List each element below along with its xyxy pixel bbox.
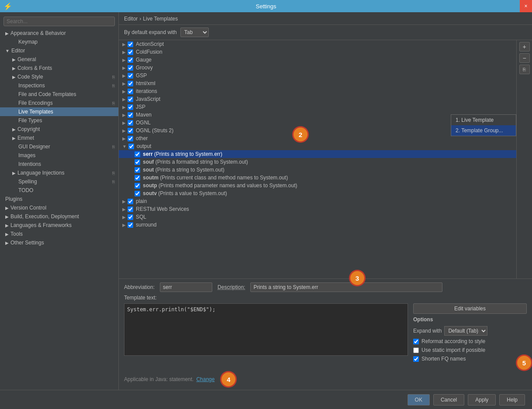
template-group-htmlxml[interactable]: ▶html/xml: [119, 79, 516, 87]
item-checkbox[interactable]: [135, 191, 140, 196]
expand-with-select[interactable]: Default (Tab) Tab Enter Space: [444, 326, 487, 336]
sidebar-item-appearance[interactable]: ▶Appearance & Behavior: [0, 29, 118, 38]
template-group-javascript[interactable]: ▶JavaScript: [119, 95, 516, 103]
group-checkbox[interactable]: [128, 81, 133, 86]
template-group-jsp[interactable]: ▶JSP: [119, 103, 516, 111]
edit-variables-button[interactable]: Edit variables: [413, 303, 527, 314]
group-checkbox[interactable]: [128, 206, 133, 212]
description-input[interactable]: [250, 282, 442, 292]
template-item-souf[interactable]: souf (Prints a formatted string to Syste…: [119, 158, 516, 166]
template-item-soutm[interactable]: soutm (Prints current class and method n…: [119, 174, 516, 182]
sidebar-item-inspections[interactable]: Inspections⎘: [0, 81, 118, 90]
add-button[interactable]: +: [519, 42, 530, 52]
reformat-label: Reformat according to style: [421, 338, 485, 344]
group-label: output: [137, 143, 151, 149]
cancel-button[interactable]: Cancel: [433, 394, 464, 406]
template-group-output[interactable]: ▼output: [119, 142, 516, 150]
template-group-actionscript[interactable]: ▶ActionScript: [119, 40, 516, 48]
shorten-fq-label: Shorten FQ names: [421, 356, 466, 362]
sidebar-item-build-execution[interactable]: ▶Build, Execution, Deployment: [0, 212, 118, 221]
sidebar-item-language-injections[interactable]: ▶Language Injections⎘: [0, 168, 118, 177]
sidebar-item-keymap[interactable]: Keymap: [0, 38, 118, 46]
shorten-fq-checkbox[interactable]: [413, 356, 419, 362]
sidebar-item-file-code-templates[interactable]: File and Code Templates: [0, 90, 118, 99]
template-group-restful[interactable]: ▶RESTful Web Services: [119, 205, 516, 213]
sidebar-item-general[interactable]: ▶General: [0, 55, 118, 64]
sidebar-item-label: Appearance & Behavior: [10, 30, 66, 36]
sidebar-item-live-templates[interactable]: Live Templates: [0, 107, 118, 116]
dropdown-live-template[interactable]: 1. Live Template: [451, 115, 516, 125]
group-checkbox[interactable]: [128, 104, 133, 110]
group-checkbox[interactable]: [128, 96, 133, 102]
ok-button[interactable]: OK: [408, 394, 430, 406]
sidebar-item-languages-frameworks[interactable]: ▶Languages & Frameworks: [0, 221, 118, 230]
template-text-area[interactable]: System.err.println("$END$");: [124, 303, 408, 356]
template-group-groovy[interactable]: ▶Groovy: [119, 64, 516, 72]
group-checkbox[interactable]: [128, 65, 133, 71]
template-group-plain[interactable]: ▶plain: [119, 197, 516, 205]
group-checkbox[interactable]: [128, 89, 133, 94]
group-checkbox[interactable]: [128, 57, 133, 63]
sidebar-item-file-encodings[interactable]: File Encodings⎘: [0, 99, 118, 107]
template-group-gauge[interactable]: ▶Gauge: [119, 56, 516, 64]
sidebar-item-emmet[interactable]: ▶Emmet: [0, 134, 118, 142]
item-checkbox[interactable]: [135, 151, 140, 157]
group-checkbox[interactable]: [128, 49, 133, 55]
search-input[interactable]: [3, 17, 115, 26]
group-checkbox[interactable]: [128, 41, 133, 47]
item-checkbox[interactable]: [135, 159, 140, 165]
sidebar-item-tools[interactable]: ▶Tools: [0, 230, 118, 238]
sidebar-item-other-settings[interactable]: ▶Other Settings: [0, 238, 118, 247]
sidebar-item-label: File and Code Templates: [18, 91, 76, 97]
sidebar-item-label: Other Settings: [10, 240, 44, 246]
change-link[interactable]: Change: [196, 376, 214, 382]
sidebar-item-spelling[interactable]: Spelling⎘: [0, 177, 118, 186]
item-checkbox[interactable]: [135, 167, 140, 173]
template-item-soutv[interactable]: soutv (Prints a value to System.out): [119, 189, 516, 197]
sidebar-item-todo[interactable]: TODO: [0, 186, 118, 195]
template-group-iterations[interactable]: ▶iterations: [119, 87, 516, 95]
template-item-soutp[interactable]: soutp (Prints method parameter names and…: [119, 182, 516, 189]
item-checkbox[interactable]: [135, 183, 140, 189]
sidebar-item-copyright[interactable]: ▶Copyright: [0, 125, 118, 134]
template-group-gsp[interactable]: ▶GSP: [119, 72, 516, 79]
reformat-checkbox[interactable]: [413, 339, 419, 344]
abbreviation-input[interactable]: [160, 282, 212, 292]
template-group-sql[interactable]: ▶SQL: [119, 213, 516, 221]
group-checkbox[interactable]: [128, 199, 133, 204]
copy-button[interactable]: ⎘: [519, 65, 530, 74]
sidebar-item-images[interactable]: Images: [0, 151, 118, 160]
close-button[interactable]: ×: [520, 0, 532, 12]
group-checkbox[interactable]: [128, 112, 133, 118]
static-import-checkbox[interactable]: [413, 347, 419, 353]
group-checkbox[interactable]: [128, 144, 134, 149]
apply-button[interactable]: Apply: [468, 394, 496, 406]
template-group-coldfusion[interactable]: ▶ColdFusion: [119, 48, 516, 56]
dropdown-template-group[interactable]: 2. Template Group...: [451, 125, 516, 136]
group-checkbox[interactable]: [128, 128, 133, 134]
group-checkbox[interactable]: [128, 73, 133, 79]
sidebar-item-file-types[interactable]: File Types: [0, 116, 118, 125]
group-checkbox[interactable]: [128, 214, 133, 220]
remove-button[interactable]: −: [519, 53, 530, 63]
sidebar-item-code-style[interactable]: ▶Code Style⎘: [0, 72, 118, 81]
expand-label: By default expand with: [124, 29, 177, 35]
help-button[interactable]: Help: [499, 394, 525, 406]
sidebar-item-gui-designer[interactable]: GUI Designer⎘: [0, 142, 118, 151]
template-item-sout[interactable]: sout (Prints a string to System.out): [119, 166, 516, 174]
sidebar-item-plugins[interactable]: Plugins: [0, 195, 118, 203]
group-checkbox[interactable]: [128, 136, 133, 141]
group-checkbox[interactable]: [128, 120, 133, 126]
sidebar-item-intentions[interactable]: Intentions: [0, 160, 118, 168]
arrow-icon: ▶: [5, 241, 9, 245]
template-group-surround[interactable]: ▶surround: [119, 221, 516, 229]
list-controls: + − ⎘: [516, 40, 532, 278]
sidebar-item-editor[interactable]: ▼Editor: [0, 46, 118, 55]
group-checkbox[interactable]: [128, 222, 133, 228]
sidebar-item-label: Intentions: [18, 161, 41, 167]
expand-select[interactable]: Tab Enter Space: [180, 27, 209, 37]
template-item-serr[interactable]: serr (Prints a string to System.err): [119, 150, 516, 158]
sidebar-item-colors-fonts[interactable]: ▶Colors & Fonts: [0, 64, 118, 72]
item-checkbox[interactable]: [135, 175, 140, 181]
sidebar-item-version-control[interactable]: ▶Version Control: [0, 203, 118, 212]
